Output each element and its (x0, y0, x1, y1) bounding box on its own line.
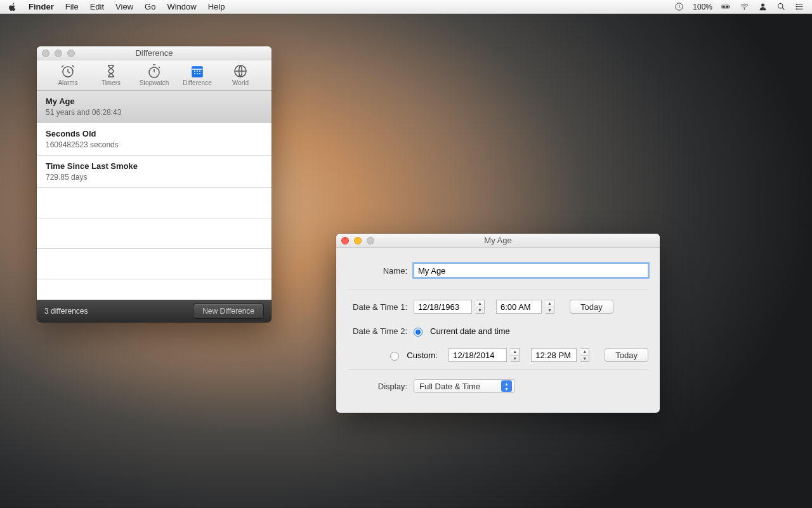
date-1-input[interactable]: 12/18/1963 (414, 300, 472, 314)
my-age-window: My Age Name: Date & Time 1: 12/18/1963 ▲… (336, 234, 660, 413)
list-item[interactable]: Time Since Last Smoke 729.85 days (37, 156, 272, 188)
new-difference-button[interactable]: New Difference (193, 304, 264, 319)
time-2-input[interactable]: 12:28 PM (531, 348, 577, 362)
time-1-stepper[interactable]: ▲▼ (546, 300, 554, 314)
menu-go[interactable]: Go (145, 2, 155, 11)
wifi-icon[interactable] (740, 2, 749, 11)
user-icon[interactable] (758, 2, 768, 11)
time-1-input[interactable]: 6:00 AM (496, 300, 542, 314)
close-button[interactable] (341, 237, 349, 244)
apple-menu-icon[interactable] (8, 2, 17, 11)
tab-stopwatch-label: Stopwatch (134, 79, 174, 86)
divider (348, 290, 648, 290)
date-time-1-label: Date & Time 1: (348, 302, 414, 312)
date-2-input[interactable]: 12/18/2014 (449, 348, 507, 362)
my-age-window-title: My Age (484, 236, 511, 245)
display-select-value: Full Date & Time (419, 382, 480, 391)
zoom-button[interactable] (67, 50, 75, 57)
svg-point-4 (744, 8, 745, 10)
display-select[interactable]: Full Date & Time ▲▼ (414, 379, 515, 393)
battery-icon[interactable] (721, 2, 731, 11)
tab-difference-label: Difference (177, 79, 218, 86)
menubar: Finder File Edit View Go Window Help 100… (0, 0, 812, 14)
difference-list: My Age 51 years and 06:28:43 Seconds Old… (37, 91, 272, 300)
zoom-button[interactable] (367, 237, 374, 244)
tab-world-label: World (220, 79, 261, 86)
list-item-subtitle: 1609482523 seconds (46, 140, 263, 149)
difference-window-title: Difference (135, 48, 173, 58)
tab-world[interactable]: World (220, 63, 261, 86)
menu-view[interactable]: View (115, 2, 133, 11)
select-arrows-icon: ▲▼ (501, 380, 512, 392)
difference-count: 3 differences (44, 307, 88, 316)
date-1-stepper[interactable]: ▲▼ (476, 300, 485, 314)
calendar-icon (177, 63, 218, 79)
list-item[interactable]: Seconds Old 1609482523 seconds (37, 123, 272, 156)
menu-file[interactable]: File (65, 2, 79, 11)
list-item-title: My Age (46, 97, 263, 106)
menubar-app-name[interactable]: Finder (29, 2, 54, 11)
time-2-stepper[interactable]: ▲▼ (580, 348, 589, 362)
battery-percent[interactable]: 100% (693, 3, 712, 11)
today-1-button[interactable]: Today (570, 300, 613, 314)
radio-custom-label: Custom: (407, 351, 445, 360)
radio-current-label: Current date and time (430, 326, 510, 336)
difference-window: Difference Alarms Timers Stopwatch Diffe… (37, 46, 272, 323)
svg-point-6 (778, 4, 783, 9)
tab-alarms-label: Alarms (48, 79, 88, 86)
date-2-stepper[interactable]: ▲▼ (511, 348, 520, 362)
globe-icon (220, 63, 261, 79)
menu-edit[interactable]: Edit (90, 2, 104, 11)
name-input[interactable] (414, 264, 648, 277)
tab-difference[interactable]: Difference (177, 63, 218, 86)
list-item[interactable]: My Age 51 years and 06:28:43 (37, 91, 272, 123)
alarm-icon (48, 63, 88, 79)
difference-toolbar: Alarms Timers Stopwatch Difference World (37, 60, 272, 91)
list-item-subtitle: 729.85 days (46, 173, 263, 182)
tab-timers-label: Timers (91, 79, 131, 86)
svg-rect-3 (730, 6, 730, 7)
notification-center-icon[interactable] (795, 2, 804, 11)
hourglass-icon (91, 63, 131, 79)
list-item-empty (37, 249, 272, 279)
date-time-2-label: Date & Time 2: (348, 326, 414, 336)
list-item-title: Seconds Old (46, 129, 263, 138)
close-button[interactable] (42, 50, 49, 57)
tab-timers[interactable]: Timers (91, 63, 131, 86)
radio-custom[interactable] (390, 352, 399, 361)
display-label: Display: (348, 382, 414, 391)
divider (348, 369, 648, 370)
today-2-button[interactable]: Today (605, 348, 648, 362)
list-item-title: Time Since Last Smoke (46, 161, 263, 171)
menu-help[interactable]: Help (208, 2, 225, 11)
minimize-button[interactable] (55, 50, 62, 57)
list-item-empty (37, 188, 272, 218)
spotlight-icon[interactable] (776, 2, 786, 11)
difference-titlebar[interactable]: Difference (37, 46, 272, 60)
my-age-titlebar[interactable]: My Age (336, 234, 660, 248)
difference-footer: 3 differences New Difference (37, 300, 272, 323)
stopwatch-icon (134, 63, 174, 79)
menu-window[interactable]: Window (167, 2, 196, 11)
name-label: Name: (348, 266, 414, 276)
clock-icon[interactable] (674, 2, 684, 11)
minimize-button[interactable] (354, 237, 362, 244)
list-item-empty (37, 218, 272, 249)
svg-point-9 (796, 8, 797, 10)
tab-stopwatch[interactable]: Stopwatch (134, 63, 174, 86)
radio-current[interactable] (414, 328, 422, 337)
tab-alarms[interactable]: Alarms (48, 63, 88, 86)
svg-point-8 (796, 6, 797, 8)
svg-point-7 (796, 4, 797, 5)
list-item-empty (37, 279, 272, 300)
list-item-subtitle: 51 years and 06:28:43 (46, 108, 263, 117)
svg-point-5 (761, 4, 764, 7)
